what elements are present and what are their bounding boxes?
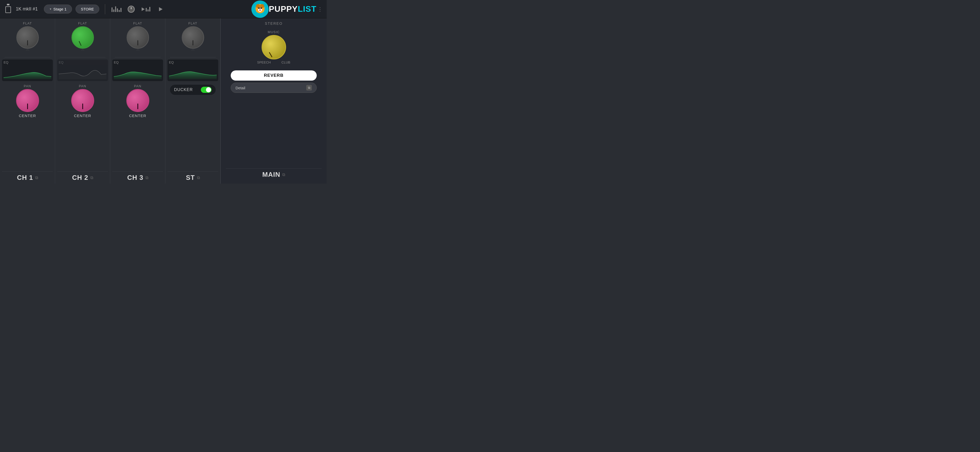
ext-link-icon-main[interactable]: ⧉: [282, 173, 285, 177]
topbar: 1K mkII #1 ▼ Stage 1 STORE: [0, 0, 327, 18]
knob-icon: [127, 6, 135, 13]
reverb-button[interactable]: REVERB: [231, 70, 317, 81]
eq-knob-section-ch2: FLAT ⌒: [57, 21, 108, 55]
stereo-label: STEREO: [226, 21, 321, 25]
puppy-text: PUPPYLIST: [269, 4, 317, 14]
center-label-ch2: CENTER: [74, 114, 91, 118]
mixer-icon-button[interactable]: [111, 3, 122, 15]
arc-ch3: ⌒: [136, 49, 140, 55]
channel-strip-st: FLAT ⌒ EQ: [165, 18, 221, 184]
eq-knob-dial-st[interactable]: [182, 26, 204, 49]
eq-graph-ch1: [3, 65, 51, 79]
ext-link-icon-ch1[interactable]: ⧉: [35, 176, 38, 180]
club-label: CLUB: [282, 60, 290, 64]
stage-label: Stage 1: [53, 7, 67, 11]
eq-label-st: EQ: [169, 60, 217, 64]
channel-name-ch3: CH 3: [127, 174, 143, 182]
music-label: MUSIC: [268, 30, 280, 34]
channel-footer-ch2: CH 2 ⧉: [57, 171, 108, 184]
sep-ch2: [60, 57, 105, 57]
ducker-label-st: DUCKER: [174, 87, 193, 92]
pan-knob-ch3[interactable]: [126, 89, 149, 112]
play-icon-2: [159, 7, 162, 11]
channel-footer-ch1: CH 1 ⧉: [2, 171, 53, 184]
eq-graph-ch2: [59, 65, 107, 79]
channel-footer-st: ST ⧉: [167, 171, 218, 184]
speech-label: SPEECH: [257, 60, 271, 64]
sep-st: [170, 57, 216, 57]
eq-section-st[interactable]: EQ: [167, 59, 218, 81]
eq-label-ch1: EQ: [3, 60, 51, 64]
channel-strip-ch2: FLAT ⌒ EQ PAN CENTER: [55, 18, 110, 184]
eq-graph-ch3: [114, 65, 162, 79]
channel-name-ch2: CH 2: [72, 174, 88, 182]
puppy-circle: [251, 0, 269, 18]
detail-button[interactable]: Detail ⧉: [231, 82, 317, 93]
eq-section-ch3[interactable]: EQ: [112, 59, 163, 81]
eq-knob-ch2[interactable]: ⌒: [72, 26, 94, 55]
spacer-main: [226, 93, 321, 168]
eq-label-ch2: EQ: [59, 60, 107, 64]
dots-button[interactable]: ⋮: [318, 6, 323, 12]
music-knob-tick: [269, 52, 272, 57]
channel-strip-ch1: FLAT ⌒ EQ: [0, 18, 55, 184]
sep-ch3: [115, 57, 161, 57]
eq-knob-st[interactable]: ⌒: [182, 26, 204, 55]
eq-knob-ch1[interactable]: ⌒: [16, 26, 39, 55]
store-button[interactable]: STORE: [76, 5, 99, 14]
eq-knob-section-ch1: FLAT ⌒: [2, 21, 53, 55]
device-name: 1K mkII #1: [16, 6, 38, 12]
svg-point-9: [259, 10, 261, 11]
music-knob-section: MUSIC SPEECH CLUB: [226, 30, 321, 64]
eq-knob-ch3[interactable]: ⌒: [127, 26, 149, 55]
play-icon: [142, 7, 145, 11]
eq-knob-section-st: FLAT ⌒: [167, 21, 218, 55]
ducker-row-st: DUCKER: [170, 85, 216, 95]
arc-ch1: ⌒: [25, 49, 30, 55]
eq-knob-dial-ch2[interactable]: [72, 26, 94, 49]
speech-club-row: SPEECH CLUB: [257, 60, 290, 64]
pan-section-ch2: PAN CENTER: [71, 84, 94, 118]
mixer-icon-2: [146, 7, 150, 11]
music-knob[interactable]: [262, 35, 286, 59]
svg-point-8: [260, 7, 262, 9]
main-panel: STEREO MUSIC SPEECH CLUB REVERB Detail ⧉…: [221, 18, 327, 184]
mixer-icon: [111, 6, 121, 12]
main-footer: MAIN ⧉: [226, 168, 321, 181]
svg-point-7: [258, 7, 260, 9]
ext-link-icon-ch3[interactable]: ⧉: [145, 176, 148, 180]
pan-label-ch2: PAN: [79, 84, 86, 88]
knob-icon-button[interactable]: [126, 3, 137, 15]
center-label-ch1: CENTER: [19, 114, 36, 118]
flat-label-ch3: FLAT: [133, 21, 142, 25]
eq-section-ch1[interactable]: EQ: [2, 59, 53, 81]
eq-knob-dial-ch1[interactable]: [16, 26, 39, 49]
ducker-toggle-st[interactable]: [201, 87, 212, 93]
play-button[interactable]: [155, 3, 166, 15]
detail-label: Detail: [235, 86, 245, 90]
pan-knob-ch2[interactable]: [71, 89, 94, 112]
main-content: FLAT ⌒ EQ: [0, 18, 327, 184]
arrow-down-icon: ▼: [49, 8, 52, 11]
eq-label-ch3: EQ: [114, 60, 162, 64]
pan-section-ch1: PAN CENTER: [16, 84, 39, 118]
ext-link-icon-st[interactable]: ⧉: [197, 176, 200, 180]
pan-label-ch3: PAN: [134, 84, 142, 88]
stage-button[interactable]: ▼ Stage 1: [44, 5, 72, 14]
eq-section-ch2[interactable]: EQ: [57, 59, 108, 81]
channel-strip-ch3: FLAT ⌒ EQ: [110, 18, 165, 184]
channel-name-ch1: CH 1: [17, 174, 33, 182]
puppy-logo: PUPPYLIST ⋮: [251, 0, 323, 18]
ext-link-icon-ch2[interactable]: ⧉: [90, 176, 93, 180]
play-mixer-button[interactable]: [140, 3, 151, 15]
flat-label-ch1: FLAT: [23, 21, 32, 25]
eq-knob-dial-ch3[interactable]: [127, 26, 149, 49]
eq-knob-section-ch3: FLAT ⌒: [112, 21, 163, 55]
arc-st: ⌒: [191, 49, 195, 55]
pan-section-ch3: PAN CENTER: [126, 84, 149, 118]
sep-ch1: [5, 57, 50, 57]
center-label-ch3: CENTER: [129, 114, 146, 118]
channel-name-main: MAIN: [262, 171, 280, 179]
eq-graph-st: [169, 65, 217, 79]
pan-knob-ch1[interactable]: [16, 89, 39, 112]
